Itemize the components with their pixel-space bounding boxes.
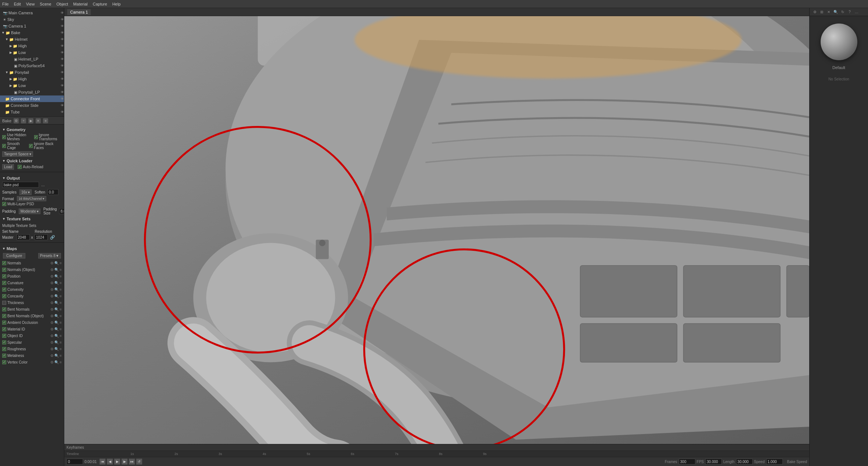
map-settings-icon-1[interactable]: ⚙	[50, 268, 54, 272]
tree-item-bake[interactable]: ▼ 📁 Bake 👁	[0, 29, 64, 36]
bake-settings-btn[interactable]: ⚙	[14, 118, 19, 123]
menu-capture[interactable]: Capture	[93, 2, 107, 6]
menu-material[interactable]: Material	[73, 2, 87, 6]
map-view-icon-7[interactable]: 🔍	[54, 307, 59, 311]
padding-dropdown[interactable]: Moderate ▾	[19, 209, 40, 214]
ignore-back-faces-checkbox[interactable]: ✓	[29, 144, 33, 148]
map-settings-icon-8[interactable]: ⚙	[50, 314, 54, 318]
map-settings-icon-11[interactable]: ⚙	[50, 334, 54, 338]
map-extra-icon-13[interactable]: ≡	[60, 347, 62, 351]
map-checkbox-9[interactable]: ✓	[2, 321, 6, 325]
map-settings-icon-15[interactable]: ⚙	[50, 360, 54, 364]
map-extra-icon-7[interactable]: ≡	[60, 307, 62, 311]
map-view-icon-5[interactable]: 🔍	[54, 294, 59, 298]
rp-more-icon[interactable]: …	[854, 9, 860, 15]
padding-size-input[interactable]	[59, 208, 64, 214]
ignore-back-faces-row[interactable]: ✓ Ignore Back Faces	[29, 142, 62, 150]
map-settings-icon-9[interactable]: ⚙	[50, 321, 54, 325]
map-extra-icon-9[interactable]: ≡	[60, 321, 62, 325]
visibility-icon[interactable]: 👁	[61, 44, 64, 48]
rp-refresh-icon[interactable]: ↻	[840, 9, 846, 15]
format-dropdown[interactable]: 16 Bits/Channel ▾	[17, 196, 47, 201]
tree-item-ponytail-lp[interactable]: ▣ Ponytail_LP 👁	[0, 89, 64, 95]
loop-btn[interactable]: ↺	[136, 459, 142, 465]
map-checkbox-6[interactable]	[2, 301, 6, 305]
map-settings-icon-4[interactable]: ⚙	[50, 288, 54, 292]
map-checkbox-2[interactable]: ✓	[2, 274, 6, 278]
visibility-icon[interactable]: 👁	[61, 57, 64, 61]
map-view-icon-9[interactable]: 🔍	[54, 321, 59, 325]
rp-help-icon[interactable]: ?	[847, 9, 853, 15]
map-view-icon-1[interactable]: 🔍	[54, 268, 59, 272]
tree-item-ponytail[interactable]: ▼ 📁 Ponytail 👁	[0, 69, 64, 76]
map-view-icon-10[interactable]: 🔍	[54, 327, 59, 331]
frames-input[interactable]	[679, 459, 695, 465]
map-checkbox-15[interactable]: ✓	[2, 360, 6, 364]
use-hidden-meshes-row[interactable]: ✓ Use Hidden Meshes	[2, 133, 33, 141]
menu-scene[interactable]: Scene	[40, 2, 51, 6]
tree-item-low2[interactable]: ▶ 📁 Low 👁	[0, 82, 64, 89]
map-view-icon-14[interactable]: 🔍	[54, 354, 59, 358]
map-checkbox-10[interactable]: ✓	[2, 327, 6, 331]
length-input[interactable]	[736, 459, 753, 465]
bake-add-btn[interactable]: +	[21, 118, 26, 123]
visibility-icon[interactable]: 👁	[61, 71, 64, 74]
tree-item-tube[interactable]: 📁 Tube 👁	[0, 109, 64, 115]
load-btn[interactable]: Load	[2, 164, 14, 170]
map-extra-icon-3[interactable]: ≡	[60, 281, 62, 285]
link-icon[interactable]: 🔗	[50, 235, 55, 240]
map-settings-icon-14[interactable]: ⚙	[50, 354, 54, 358]
map-settings-icon-3[interactable]: ⚙	[50, 281, 54, 285]
visibility-icon[interactable]: 👁	[61, 84, 64, 87]
map-extra-icon-6[interactable]: ≡	[60, 301, 62, 305]
master-width-input[interactable]	[17, 234, 30, 240]
map-view-icon-13[interactable]: 🔍	[54, 347, 59, 351]
rp-grid-icon[interactable]: ⊞	[819, 9, 825, 15]
map-checkbox-1[interactable]: ✓	[2, 268, 6, 272]
map-extra-icon-4[interactable]: ≡	[60, 288, 62, 292]
map-extra-icon-12[interactable]: ≡	[60, 340, 62, 344]
visibility-icon[interactable]: 👁	[61, 31, 64, 35]
smooth-cage-checkbox[interactable]: ✓	[2, 144, 6, 148]
ignore-transforms-row[interactable]: ✓ Ignore Transforms	[34, 133, 62, 141]
viewport-canvas[interactable]	[64, 16, 809, 444]
map-extra-icon-15[interactable]: ≡	[60, 360, 62, 364]
bake-run-btn[interactable]: ▶	[28, 118, 33, 123]
multi-layer-psd-row[interactable]: ✓ Multi-Layer PSD	[2, 202, 62, 206]
fps-input[interactable]	[705, 459, 722, 465]
map-checkbox-5[interactable]: ✓	[2, 294, 6, 298]
visibility-icon[interactable]: 👁	[61, 110, 64, 114]
visibility-icon[interactable]: 👁	[61, 77, 64, 81]
step-back-btn[interactable]: ◀	[107, 459, 113, 465]
map-extra-icon-10[interactable]: ≡	[60, 327, 62, 331]
viewport-tab-camera1[interactable]: Camera 1	[67, 9, 91, 15]
visibility-icon[interactable]: 👁	[61, 90, 64, 94]
map-checkbox-3[interactable]: ✓	[2, 281, 6, 285]
map-extra-icon-0[interactable]: ≡	[60, 261, 62, 265]
map-checkbox-0[interactable]: ✓	[2, 261, 6, 265]
map-settings-icon-0[interactable]: ⚙	[50, 261, 54, 265]
menu-view[interactable]: View	[26, 2, 35, 6]
map-checkbox-7[interactable]: ✓	[2, 307, 6, 311]
map-view-icon-4[interactable]: 🔍	[54, 288, 59, 292]
map-checkbox-13[interactable]: ✓	[2, 347, 6, 351]
map-settings-icon-13[interactable]: ⚙	[50, 347, 54, 351]
go-to-end-btn[interactable]: ⏭	[129, 459, 135, 465]
map-checkbox-14[interactable]: ✓	[2, 354, 6, 358]
visibility-icon[interactable]: 👁	[61, 11, 64, 15]
current-frame-input[interactable]	[66, 459, 83, 465]
file-path-input[interactable]	[2, 182, 39, 188]
map-extra-icon-14[interactable]: ≡	[60, 354, 62, 358]
tree-item-connector-side[interactable]: 📁 Connector Side 👁	[0, 102, 64, 109]
tree-item-high1[interactable]: ▶ 📁 High 👁	[0, 43, 64, 49]
tree-item-connector-front[interactable]: 📁 Connector Front 👁	[0, 95, 64, 102]
presets-btn[interactable]: Presets 8▼	[38, 253, 61, 259]
map-settings-icon-6[interactable]: ⚙	[50, 301, 54, 305]
visibility-icon[interactable]: 👁	[61, 18, 64, 21]
tangent-space-dropdown[interactable]: Tangent Space ▾	[2, 151, 33, 157]
tree-item-helmet-lp[interactable]: ▣ Helmet_LP 👁	[0, 56, 64, 62]
visibility-icon[interactable]: 👁	[61, 64, 64, 68]
rp-close-icon[interactable]: ✕	[826, 9, 832, 15]
auto-reload-checkbox[interactable]: ✓	[18, 165, 22, 169]
visibility-icon[interactable]: 👁	[61, 24, 64, 28]
